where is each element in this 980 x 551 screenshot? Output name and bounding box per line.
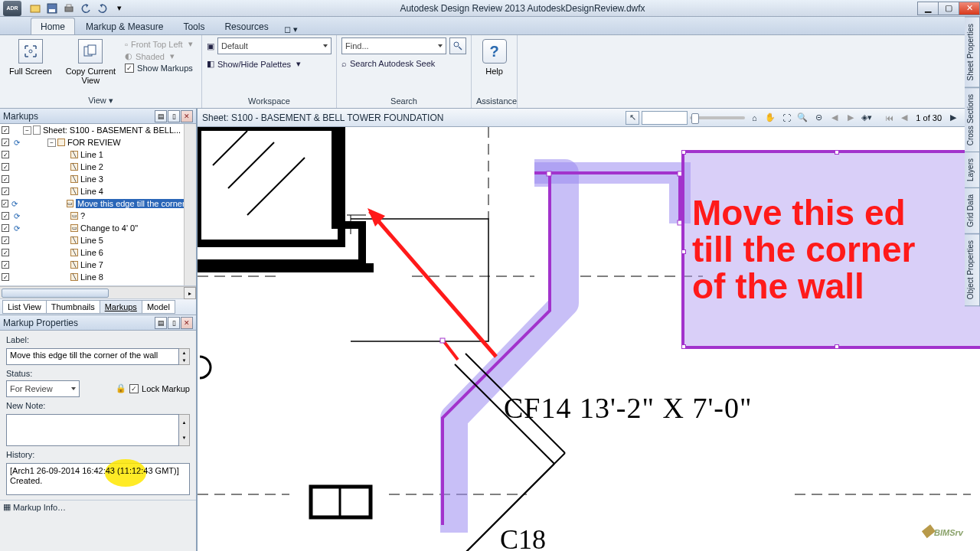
checkbox-icon[interactable]: ✓ bbox=[2, 163, 9, 171]
home-icon[interactable]: ⌂ bbox=[747, 111, 761, 125]
lock-markup-checkbox[interactable]: ✓ bbox=[129, 384, 139, 393]
panel-menu-icon[interactable]: ▤ bbox=[155, 110, 167, 122]
tab-tools[interactable]: Tools bbox=[174, 18, 214, 34]
pan-icon[interactable]: ✋ bbox=[763, 111, 777, 125]
resize-handle[interactable] bbox=[835, 344, 839, 349]
checkbox-icon[interactable]: ✓ bbox=[2, 236, 9, 244]
right-tab-grid-data[interactable]: Grid Data bbox=[965, 187, 980, 234]
checkbox-icon[interactable]: ✓ bbox=[2, 200, 8, 207]
qat-open-icon[interactable] bbox=[28, 2, 43, 15]
panel-close-icon[interactable]: ✕ bbox=[181, 317, 193, 329]
subtab-markups[interactable]: Markups bbox=[100, 300, 142, 314]
tab-resources[interactable]: Resources bbox=[215, 18, 277, 34]
full-screen-button[interactable]: Full Screen bbox=[5, 37, 57, 77]
tree-item[interactable]: Line 3 bbox=[80, 174, 103, 184]
tree-item[interactable]: Line 7 bbox=[80, 260, 103, 269]
nav-forward-icon[interactable]: ▶ bbox=[844, 111, 858, 125]
tab-extension-icon[interactable]: ◻ ▾ bbox=[284, 24, 298, 34]
checkbox-icon[interactable]: ✓ bbox=[2, 151, 9, 158]
markup-tree[interactable]: ✓−Sheet: S100 - BASEMENT & BELL... ✓⟳−FO… bbox=[0, 124, 196, 286]
qat-undo-icon[interactable] bbox=[78, 2, 93, 15]
resize-handle[interactable] bbox=[681, 249, 686, 254]
minimize-button[interactable]: ▁ bbox=[917, 2, 939, 15]
status-select[interactable]: For Review bbox=[6, 380, 80, 397]
tree-horizontal-scrollbar[interactable]: ▸ bbox=[0, 286, 196, 298]
show-markups-toggle[interactable]: ✓Show Markups bbox=[125, 64, 193, 73]
collapse-icon[interactable]: − bbox=[23, 126, 31, 135]
select-tool-icon[interactable]: ↖ bbox=[626, 111, 639, 125]
search-autodesk-seek-button[interactable]: ⌕Search Autodesk Seek bbox=[341, 59, 466, 68]
checkbox-icon[interactable]: ✓ bbox=[2, 175, 9, 183]
qat-redo-icon[interactable] bbox=[95, 2, 110, 15]
tree-sheet-node[interactable]: Sheet: S100 - BASEMENT & BELL... bbox=[43, 126, 181, 135]
checkbox-icon[interactable]: ✓ bbox=[2, 224, 9, 232]
zoom-icon[interactable]: 🔍 bbox=[795, 111, 809, 125]
prev-page-icon[interactable]: ◀ bbox=[897, 111, 911, 125]
maximize-button[interactable]: ▢ bbox=[938, 2, 959, 15]
tree-item[interactable]: Line 1 bbox=[80, 150, 103, 159]
right-tab-sheet-properties[interactable]: Sheet Properties bbox=[965, 17, 980, 88]
zoom-slider[interactable] bbox=[690, 116, 745, 119]
resize-handle[interactable] bbox=[681, 344, 686, 349]
tree-item[interactable]: Change to 4' 0" bbox=[80, 223, 138, 233]
checkbox-icon[interactable]: ✓ bbox=[2, 261, 9, 269]
show-hide-palettes-button[interactable]: ◧Show/Hide Palettes ▾ bbox=[207, 59, 332, 69]
checkbox-icon[interactable]: ✓ bbox=[2, 212, 9, 220]
right-tab-layers[interactable]: Layers bbox=[965, 152, 980, 188]
next-page-icon[interactable]: ▶ bbox=[946, 111, 960, 125]
note-scrollbar[interactable]: ▲▼ bbox=[179, 414, 190, 446]
qat-more-icon[interactable]: ▾ bbox=[112, 2, 127, 15]
right-tab-cross-sections[interactable]: Cross Sections bbox=[965, 87, 980, 152]
close-button[interactable]: ✕ bbox=[959, 2, 980, 15]
subtab-model[interactable]: Model bbox=[142, 300, 175, 314]
scroll-right-icon[interactable]: ▸ bbox=[184, 287, 196, 299]
label-input[interactable]: Move this edge till the corner of the wa… bbox=[6, 348, 179, 365]
resize-handle[interactable] bbox=[681, 150, 686, 155]
tree-item[interactable]: Line 4 bbox=[80, 187, 103, 196]
checkbox-icon[interactable]: ✓ bbox=[2, 126, 9, 134]
subtab-thumbnails[interactable]: Thumbnails bbox=[46, 300, 100, 314]
markup-info-link[interactable]: ▦Markup Info… bbox=[0, 500, 196, 514]
tree-for-review[interactable]: FOR REVIEW bbox=[67, 138, 121, 147]
qat-save-icon[interactable] bbox=[44, 2, 60, 15]
drawing-canvas[interactable]: Move this ed till the corner of the wall… bbox=[198, 127, 980, 551]
tree-item[interactable]: Line 8 bbox=[80, 272, 103, 282]
panel-close-icon[interactable]: ✕ bbox=[181, 110, 193, 122]
checkbox-icon[interactable]: ✓ bbox=[2, 249, 9, 256]
checkbox-icon[interactable]: ✓ bbox=[2, 139, 9, 146]
resize-handle[interactable] bbox=[835, 150, 839, 155]
tree-item[interactable]: ? bbox=[80, 211, 85, 220]
panel-pin-icon[interactable]: ▯ bbox=[168, 110, 180, 122]
panel-menu-icon[interactable]: ▤ bbox=[155, 317, 167, 329]
first-page-icon[interactable]: ⏮ bbox=[882, 111, 896, 125]
tab-home[interactable]: Home bbox=[31, 18, 75, 34]
new-note-textarea[interactable] bbox=[6, 414, 179, 446]
tree-item[interactable]: Line 6 bbox=[80, 248, 103, 257]
markup-callout-box[interactable]: Move this ed till the corner of the wall bbox=[681, 150, 980, 349]
collapse-icon[interactable]: − bbox=[47, 139, 56, 147]
subtab-list-view[interactable]: List View bbox=[2, 300, 47, 314]
svg-point-8 bbox=[454, 42, 459, 47]
panel-pin-icon[interactable]: ▯ bbox=[168, 317, 180, 329]
tree-item[interactable]: Line 2 bbox=[80, 162, 103, 171]
help-button[interactable]: ? Help bbox=[478, 37, 511, 77]
tree-item-selected[interactable]: Move this edge till the corner of ... bbox=[76, 199, 196, 208]
workspace-default-combo[interactable]: ▣Default bbox=[207, 37, 332, 54]
tab-markup-measure[interactable]: Markup & Measure bbox=[77, 18, 172, 34]
checkbox-icon[interactable]: ✓ bbox=[2, 273, 9, 281]
find-go-button[interactable] bbox=[449, 37, 466, 54]
right-tab-object-properties[interactable]: Object Properties bbox=[965, 233, 980, 306]
tree-scrollbar[interactable] bbox=[184, 124, 196, 285]
line-icon: ╲ bbox=[70, 163, 78, 171]
find-combo[interactable]: Find... bbox=[341, 37, 446, 54]
zoom-out-icon[interactable]: ⊝ bbox=[812, 111, 825, 125]
qat-print-icon[interactable] bbox=[61, 2, 77, 15]
scale-combo[interactable] bbox=[642, 111, 688, 125]
tree-item[interactable]: Line 5 bbox=[80, 236, 103, 245]
label-scrollbar[interactable]: ▲▼ bbox=[179, 348, 190, 365]
checkbox-icon[interactable]: ✓ bbox=[2, 187, 9, 195]
copy-current-view-button[interactable]: Copy Current View bbox=[61, 37, 120, 86]
nav-back-icon[interactable]: ◀ bbox=[828, 111, 841, 125]
view-cube-icon[interactable]: ◈▾ bbox=[860, 111, 874, 125]
zoom-window-icon[interactable]: ⛶ bbox=[779, 111, 793, 125]
